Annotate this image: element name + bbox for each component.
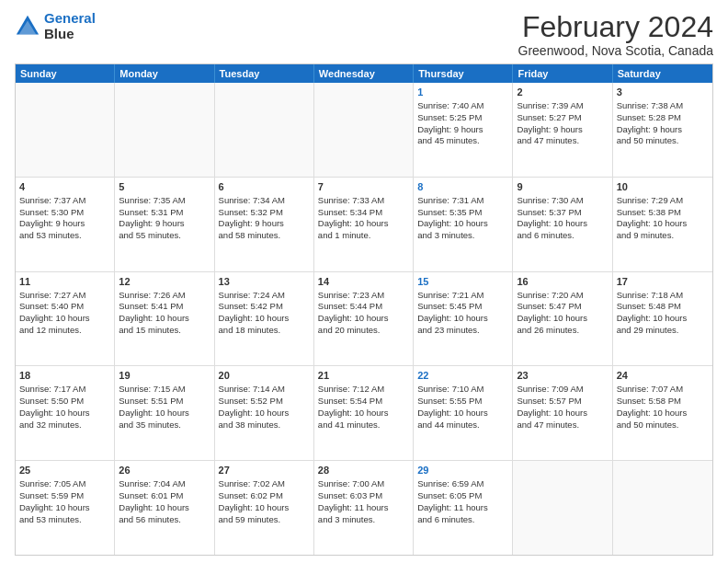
day-info: Sunrise: 7:21 AM Sunset: 5:45 PM Dayligh… [417,290,488,335]
cal-cell: 7Sunrise: 7:33 AM Sunset: 5:34 PM Daylig… [314,178,414,271]
cal-cell: 10Sunrise: 7:29 AM Sunset: 5:38 PM Dayli… [613,178,712,271]
cal-cell: 15Sunrise: 7:21 AM Sunset: 5:45 PM Dayli… [414,272,513,366]
day-number: 29 [417,464,508,477]
day-info: Sunrise: 7:20 AM Sunset: 5:47 PM Dayligh… [517,290,587,335]
cal-cell [314,83,414,177]
cal-cell: 3Sunrise: 7:38 AM Sunset: 5:28 PM Daylig… [613,83,712,177]
col-header-tuesday: Tuesday [215,64,314,83]
day-number: 6 [219,180,310,194]
cal-cell [16,83,115,177]
cal-cell [115,83,214,177]
calendar-header: SundayMondayTuesdayWednesdayThursdayFrid… [16,64,712,83]
cal-cell: 13Sunrise: 7:24 AM Sunset: 5:42 PM Dayli… [215,272,314,366]
day-info: Sunrise: 7:39 AM Sunset: 5:27 PM Dayligh… [517,100,583,145]
day-info: Sunrise: 7:09 AM Sunset: 5:57 PM Dayligh… [517,384,587,429]
day-number: 22 [417,369,508,383]
day-number: 14 [318,275,409,289]
col-header-wednesday: Wednesday [314,64,414,83]
day-number: 2 [517,86,608,99]
cal-cell: 2Sunrise: 7:39 AM Sunset: 5:27 PM Daylig… [513,83,612,177]
day-info: Sunrise: 7:35 AM Sunset: 5:31 PM Dayligh… [119,195,185,240]
day-info: Sunrise: 7:12 AM Sunset: 5:54 PM Dayligh… [318,384,389,429]
day-number: 4 [19,180,110,194]
logo-icon [15,14,40,40]
day-number: 19 [119,369,210,383]
day-info: Sunrise: 7:26 AM Sunset: 5:41 PM Dayligh… [119,290,189,335]
day-info: Sunrise: 7:38 AM Sunset: 5:28 PM Dayligh… [617,100,683,145]
day-info: Sunrise: 7:10 AM Sunset: 5:55 PM Dayligh… [417,384,488,429]
col-header-saturday: Saturday [613,64,712,83]
cal-row-1: 4Sunrise: 7:37 AM Sunset: 5:30 PM Daylig… [16,178,712,272]
cal-row-2: 11Sunrise: 7:27 AM Sunset: 5:40 PM Dayli… [16,272,712,367]
day-number: 25 [19,464,110,477]
calendar: SundayMondayTuesdayWednesdayThursdayFrid… [15,63,713,556]
cal-cell: 26Sunrise: 7:04 AM Sunset: 6:01 PM Dayli… [115,461,214,555]
day-info: Sunrise: 7:29 AM Sunset: 5:38 PM Dayligh… [617,195,688,240]
cal-cell: 8Sunrise: 7:31 AM Sunset: 5:35 PM Daylig… [414,178,513,271]
day-info: Sunrise: 6:59 AM Sunset: 6:05 PM Dayligh… [417,478,488,523]
cal-row-4: 25Sunrise: 7:05 AM Sunset: 5:59 PM Dayli… [16,461,712,555]
col-header-sunday: Sunday [16,64,115,83]
cal-cell: 16Sunrise: 7:20 AM Sunset: 5:47 PM Dayli… [513,272,612,366]
col-header-friday: Friday [513,64,612,83]
day-info: Sunrise: 7:40 AM Sunset: 5:25 PM Dayligh… [417,100,483,145]
day-number: 10 [617,180,709,194]
cal-cell: 27Sunrise: 7:02 AM Sunset: 6:02 PM Dayli… [215,461,314,555]
day-number: 11 [19,275,110,289]
day-info: Sunrise: 7:04 AM Sunset: 6:01 PM Dayligh… [119,478,189,523]
cal-cell: 19Sunrise: 7:15 AM Sunset: 5:51 PM Dayli… [115,366,214,460]
day-number: 21 [318,369,409,383]
day-number: 16 [517,275,608,289]
day-info: Sunrise: 7:34 AM Sunset: 5:32 PM Dayligh… [219,195,285,240]
cal-cell: 21Sunrise: 7:12 AM Sunset: 5:54 PM Dayli… [314,366,414,460]
cal-cell: 25Sunrise: 7:05 AM Sunset: 5:59 PM Dayli… [16,461,115,555]
day-info: Sunrise: 7:33 AM Sunset: 5:34 PM Dayligh… [318,195,389,240]
header: General Blue February 2024 Greenwood, No… [15,11,713,58]
col-header-monday: Monday [115,64,214,83]
cal-cell: 18Sunrise: 7:17 AM Sunset: 5:50 PM Dayli… [16,366,115,460]
day-number: 26 [119,464,210,477]
cal-cell: 12Sunrise: 7:26 AM Sunset: 5:41 PM Dayli… [115,272,214,366]
main-title: February 2024 [518,11,713,43]
title-block: February 2024 Greenwood, Nova Scotia, Ca… [518,11,713,58]
day-number: 28 [318,464,409,477]
cal-cell: 23Sunrise: 7:09 AM Sunset: 5:57 PM Dayli… [513,366,612,460]
day-number: 15 [417,275,508,289]
day-number: 12 [119,275,210,289]
day-info: Sunrise: 7:30 AM Sunset: 5:37 PM Dayligh… [517,195,587,240]
day-number: 17 [617,275,709,289]
day-info: Sunrise: 7:02 AM Sunset: 6:02 PM Dayligh… [219,478,290,523]
day-number: 3 [617,86,709,99]
day-info: Sunrise: 7:31 AM Sunset: 5:35 PM Dayligh… [417,195,488,240]
day-number: 8 [417,180,508,194]
page: General Blue February 2024 Greenwood, No… [0,0,728,563]
day-number: 24 [617,369,709,383]
day-number: 23 [517,369,608,383]
day-info: Sunrise: 7:37 AM Sunset: 5:30 PM Dayligh… [19,195,85,240]
cal-cell: 1Sunrise: 7:40 AM Sunset: 5:25 PM Daylig… [414,83,513,177]
cal-cell [215,83,314,177]
logo: General Blue [15,11,96,41]
cal-cell: 5Sunrise: 7:35 AM Sunset: 5:31 PM Daylig… [115,178,214,271]
cal-cell: 24Sunrise: 7:07 AM Sunset: 5:58 PM Dayli… [613,366,712,460]
day-number: 9 [517,180,608,194]
day-number: 1 [417,86,508,99]
logo-text: General Blue [44,11,96,41]
day-info: Sunrise: 7:15 AM Sunset: 5:51 PM Dayligh… [119,384,189,429]
cal-cell: 17Sunrise: 7:18 AM Sunset: 5:48 PM Dayli… [613,272,712,366]
cal-cell: 4Sunrise: 7:37 AM Sunset: 5:30 PM Daylig… [16,178,115,271]
day-info: Sunrise: 7:07 AM Sunset: 5:58 PM Dayligh… [617,384,688,429]
cal-cell: 22Sunrise: 7:10 AM Sunset: 5:55 PM Dayli… [414,366,513,460]
cal-cell: 20Sunrise: 7:14 AM Sunset: 5:52 PM Dayli… [215,366,314,460]
day-number: 20 [219,369,310,383]
calendar-body: 1Sunrise: 7:40 AM Sunset: 5:25 PM Daylig… [16,83,712,555]
day-number: 13 [219,275,310,289]
day-info: Sunrise: 7:23 AM Sunset: 5:44 PM Dayligh… [318,290,389,335]
day-number: 18 [19,369,110,383]
col-header-thursday: Thursday [414,64,513,83]
day-info: Sunrise: 7:17 AM Sunset: 5:50 PM Dayligh… [19,384,90,429]
day-info: Sunrise: 7:24 AM Sunset: 5:42 PM Dayligh… [219,290,290,335]
day-number: 27 [219,464,310,477]
subtitle: Greenwood, Nova Scotia, Canada [518,43,713,58]
cal-cell: 28Sunrise: 7:00 AM Sunset: 6:03 PM Dayli… [314,461,414,555]
